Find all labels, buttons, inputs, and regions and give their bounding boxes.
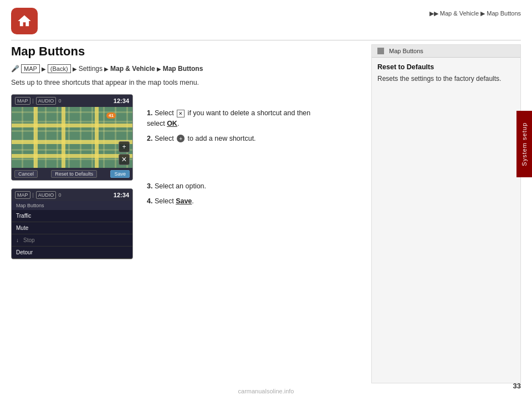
list-item-detour-label: Detour [16, 249, 33, 255]
step2-num: 2. [147, 135, 152, 142]
home-icon [17, 13, 32, 29]
step1-num: 1. [147, 109, 152, 117]
right-panel-body: Reset to Defaults Resets the settings to… [372, 58, 520, 89]
watermark: carmanualsoline.info [238, 388, 294, 394]
nav-arrow-1: ▶ [42, 66, 46, 72]
page-title: Map Buttons [11, 44, 321, 59]
map-road-h2 [12, 140, 132, 144]
screen2-topbar: MAP | AUDIO 0 12:34 [12, 189, 132, 201]
screen-mockup-1: MAP | AUDIO 0 12:34 41 [11, 94, 133, 181]
right-tab[interactable]: System setup [516, 111, 532, 177]
step2-plus-icon: + [177, 135, 185, 142]
nav-map-buttons: Map Buttons [163, 65, 203, 73]
screen1-audio-icon: AUDIO [36, 97, 57, 105]
map-area: 41 + × [12, 107, 132, 168]
nav-back-tag: (Back) [48, 64, 71, 73]
nav-settings: Settings [79, 65, 103, 73]
map-road-v3 [95, 107, 99, 168]
nav-arrow-2: ▶ [73, 66, 77, 72]
reset-defaults-btn[interactable]: Reset to Defaults [51, 170, 97, 178]
zoom-out-btn[interactable]: × [119, 154, 130, 165]
step1-delete-icon: ✕ [177, 110, 185, 117]
nav-map-tag: MAP [21, 64, 40, 73]
screen1-toolbar: Cancel Reset to Defaults Save [12, 168, 132, 180]
nav-arrow-3: ▶ [104, 66, 109, 72]
screen2-zero: 0 [58, 192, 61, 198]
screen1-topbar-left: MAP | AUDIO 0 [15, 97, 61, 105]
step-3: 3. Select an option. [147, 181, 313, 192]
list-item-mute-label: Mute [16, 225, 28, 231]
right-panel-header: Map Buttons [372, 45, 520, 58]
map-controls: + × [119, 141, 130, 165]
panel-section-title: Reset to Defaults [377, 63, 515, 71]
list-item-stop[interactable]: ↓ Stop [12, 234, 132, 247]
screen1-time: 12:34 [114, 98, 129, 104]
step1-ok-label: OK [167, 120, 177, 127]
list-item-mute[interactable]: Mute [12, 222, 132, 234]
list-item-detour[interactable]: Detour [12, 247, 132, 259]
breadcrumb: ▶▶ Map & Vehicle ▶ Map Buttons [429, 10, 521, 17]
map-road-v2 [62, 107, 65, 168]
screen-mockup-2: MAP | AUDIO 0 12:34 Map Buttons Traffic … [11, 188, 133, 259]
screen2-audio-icon: AUDIO [36, 191, 57, 199]
screen2-map-icon: MAP [15, 191, 30, 199]
map-road-h1 [12, 124, 132, 127]
page-number: 33 [513, 382, 521, 390]
list-header: Map Buttons [12, 201, 132, 210]
list-item-stop-label: Stop [23, 237, 35, 243]
screen2-topbar-left: MAP | AUDIO 0 [15, 191, 61, 199]
header-divider [11, 40, 521, 40]
step-1: 1. Select ✕ if you want to delete a shor… [147, 108, 313, 129]
right-tab-label: System setup [521, 122, 528, 166]
step4-num: 4. [147, 197, 152, 205]
home-icon-box[interactable] [11, 8, 38, 34]
cancel-btn[interactable]: Cancel [14, 170, 38, 178]
screen1-map-icon: MAP [15, 97, 30, 105]
list-arrow-icon: ↓ [16, 237, 19, 243]
panel-section-text: Resets the settings to the factory defau… [377, 74, 515, 84]
map-road-v1 [34, 107, 38, 168]
list-item-traffic[interactable]: Traffic [12, 210, 132, 222]
step-2: 2. Select + to add a new shortcut. [147, 134, 313, 144]
nav-arrow-4: ▶ [157, 66, 161, 72]
screen1-zero: 0 [58, 98, 61, 104]
zoom-in-btn[interactable]: + [119, 141, 130, 152]
list-item-traffic-label: Traffic [16, 213, 31, 219]
nav-mic-icon: 🎤 [11, 65, 19, 73]
nav-map-vehicle: Map & Vehicle [110, 65, 155, 73]
step3-num: 3. [147, 182, 152, 190]
step4-save-label: Save [176, 197, 192, 205]
panel-header-label: Map Buttons [389, 48, 423, 54]
breadcrumb-nav: 🎤 MAP ▶ (Back) ▶ Settings ▶ Map & Vehicl… [11, 64, 321, 73]
screen1-topbar: MAP | AUDIO 0 12:34 [12, 95, 132, 107]
map-road-h3 [12, 154, 132, 158]
panel-checkbox-icon [377, 48, 384, 54]
map-badge: 41 [106, 112, 116, 119]
save-btn[interactable]: Save [110, 170, 130, 178]
right-panel: Map Buttons Reset to Defaults Resets the… [371, 44, 521, 383]
step-4: 4. Select Save. [147, 196, 313, 207]
description-text: Sets up to three shortcuts that appear i… [11, 79, 321, 86]
screen2-time: 12:34 [114, 192, 129, 198]
instructions-area: 1. Select ✕ if you want to delete a shor… [147, 108, 313, 211]
